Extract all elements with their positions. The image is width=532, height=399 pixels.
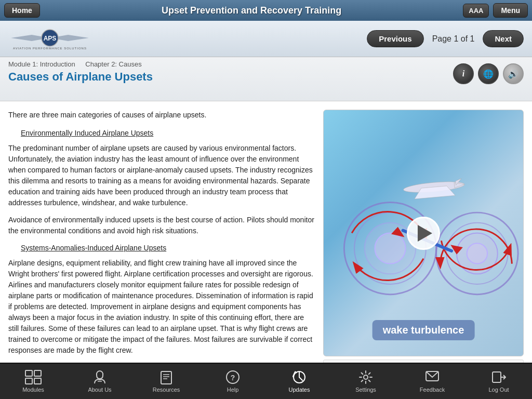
audio-icon: 🔊	[508, 69, 518, 79]
svg-rect-23	[34, 378, 41, 384]
section2-heading: Systems-Anomalies-Induced Airplane Upset…	[21, 243, 315, 254]
previous-button[interactable]: Previous	[367, 30, 423, 47]
bottom-nav: Modules About Us Resources ? Help	[0, 363, 532, 399]
svg-text:?: ?	[231, 374, 235, 382]
aps-logo: APS AVIATION PERFORMANCE SOLUTIONS	[8, 23, 91, 52]
nav-item-resources[interactable]: Resources	[140, 370, 192, 393]
breadcrumb-module: Module 1: Introduction	[8, 60, 75, 68]
section1-body: The predominant number of airplane upset…	[8, 143, 315, 208]
home-button[interactable]: Home	[4, 3, 40, 18]
nav-item-modules[interactable]: Modules	[7, 370, 59, 393]
breadcrumb-chapter: Chapter 2: Causes	[85, 60, 141, 68]
settings-icon	[358, 370, 373, 384]
nav-item-help[interactable]: ? Help	[207, 370, 259, 393]
nav-label-about: About Us	[88, 387, 111, 393]
logo-area: APS AVIATION PERFORMANCE SOLUTIONS	[8, 23, 91, 54]
nav-item-about[interactable]: About Us	[74, 370, 126, 393]
nav-label-resources: Resources	[153, 387, 180, 393]
svg-text:APS: APS	[44, 35, 57, 42]
svg-rect-22	[25, 378, 32, 384]
top-bar: Home Upset Prevention and Recovery Train…	[0, 0, 532, 21]
info-icon-button[interactable]: i	[453, 63, 474, 84]
breadcrumb: Module 1: Introduction Chapter 2: Causes	[8, 60, 453, 68]
intro-text: There are three main categories of cause…	[8, 110, 315, 121]
nav-item-feedback[interactable]: Feedback	[406, 370, 458, 393]
svg-rect-24	[161, 371, 171, 384]
help-icon: ?	[225, 370, 240, 384]
globe-icon: 🌐	[483, 69, 494, 79]
nav-item-settings[interactable]: Settings	[340, 370, 392, 393]
wake-turbulence-label: wake turbulence	[373, 320, 475, 340]
updates-icon	[292, 370, 307, 384]
top-right-controls: AAA Menu	[463, 3, 528, 18]
aaa-button[interactable]: AAA	[463, 4, 489, 18]
about-icon	[92, 370, 107, 384]
breadcrumb-icons: i 🌐 🔊	[453, 60, 524, 84]
svg-point-32	[364, 375, 368, 379]
logo-bar: APS AVIATION PERFORMANCE SOLUTIONS Previ…	[0, 21, 532, 57]
modules-icon	[25, 370, 42, 384]
nav-item-logout[interactable]: Log Out	[473, 370, 525, 393]
svg-rect-34	[493, 372, 501, 382]
nav-area: Previous Page 1 of 1 Next	[91, 30, 524, 47]
page-indicator: Page 1 of 1	[432, 34, 475, 44]
logout-icon	[491, 370, 506, 384]
svg-point-8	[375, 233, 405, 264]
breadcrumb-bar: Module 1: Introduction Chapter 2: Causes…	[0, 57, 532, 101]
svg-rect-21	[34, 370, 41, 376]
nav-label-logout: Log Out	[488, 387, 509, 393]
play-button[interactable]	[407, 217, 440, 250]
next-button[interactable]: Next	[483, 30, 524, 47]
nav-label-updates: Updates	[289, 387, 310, 393]
info-icon: i	[462, 69, 464, 78]
video-container[interactable]: wake turbulence	[323, 110, 524, 356]
svg-text:AVIATION PERFORMANCE SOLUTIONS: AVIATION PERFORMANCE SOLUTIONS	[13, 47, 87, 50]
menu-button[interactable]: Menu	[493, 3, 528, 18]
content-area: There are three main categories of cause…	[0, 101, 532, 377]
text-column: There are three main categories of cause…	[8, 110, 315, 373]
section2-body: Airplane designs, equipment reliability,…	[8, 258, 315, 356]
section1-heading: Environmentally Induced Airplane Upsets	[21, 128, 315, 139]
globe-icon-button[interactable]: 🌐	[478, 63, 499, 84]
section1-body2: Avoidance of environmentally induced ups…	[8, 215, 315, 236]
nav-item-updates[interactable]: Updates	[273, 370, 325, 393]
svg-point-12	[467, 243, 487, 263]
audio-icon-button[interactable]: 🔊	[503, 63, 524, 84]
nav-label-modules: Modules	[22, 387, 44, 393]
resources-icon	[159, 370, 174, 384]
nav-label-help: Help	[227, 387, 239, 393]
breadcrumb-left: Module 1: Introduction Chapter 2: Causes…	[8, 60, 453, 84]
media-column: wake turbulence Sample Animation: Wake V…	[323, 110, 524, 373]
feedback-icon	[425, 370, 440, 384]
nav-label-feedback: Feedback	[420, 387, 445, 393]
app-title: Upset Prevention and Recovery Training	[162, 5, 341, 16]
page-title: Causes of Airplane Upsets	[8, 70, 453, 84]
svg-rect-20	[25, 370, 32, 376]
nav-label-settings: Settings	[355, 387, 376, 393]
